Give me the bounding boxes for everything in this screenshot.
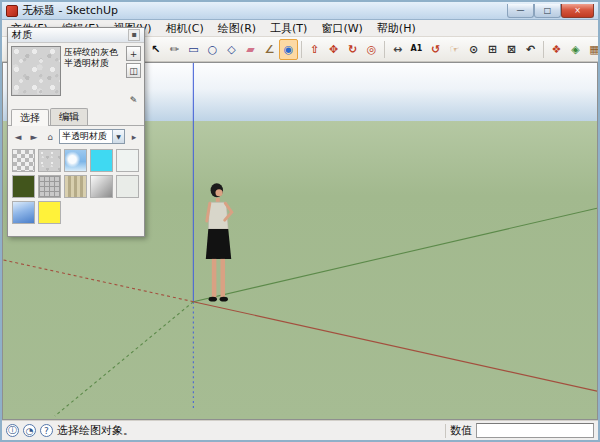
- measurement-label: 数值: [450, 423, 472, 438]
- menu-window[interactable]: 窗口(W): [314, 20, 369, 37]
- zoom-window-tool[interactable]: ⊞: [483, 39, 502, 60]
- select-tool[interactable]: ↖: [146, 39, 165, 60]
- offset-tool[interactable]: ◎: [362, 39, 381, 60]
- swatch-gray-mesh[interactable]: [38, 175, 61, 198]
- help-icon[interactable]: ?: [40, 424, 53, 437]
- green-axis-negative: [55, 302, 194, 416]
- share-models-icon[interactable]: ◈: [566, 39, 585, 60]
- eraser-tool[interactable]: ▰: [241, 39, 260, 60]
- rotate-tool[interactable]: ↻: [343, 39, 362, 60]
- forward-icon[interactable]: ►: [27, 130, 41, 144]
- paint-bucket-tool[interactable]: ◉: [279, 39, 298, 60]
- back-icon[interactable]: ◄: [11, 130, 25, 144]
- chevron-down-icon[interactable]: ▼: [112, 130, 124, 143]
- menu-help[interactable]: 帮助(H): [370, 20, 423, 37]
- pan-tool[interactable]: ☞: [445, 39, 464, 60]
- toolbar-separator: [301, 41, 302, 58]
- polygon-tool[interactable]: ◇: [222, 39, 241, 60]
- materials-category-dropdown[interactable]: 半透明材质 ▼: [59, 129, 125, 144]
- tape-measure-tool[interactable]: ∠: [260, 39, 279, 60]
- components-icon[interactable]: ▦: [585, 39, 600, 60]
- line-tool[interactable]: ✏: [165, 39, 184, 60]
- swatch-yellow-glass[interactable]: [38, 201, 61, 224]
- maximize-button[interactable]: □: [534, 4, 561, 18]
- materials-panel-header[interactable]: 材质 ▪: [8, 28, 144, 43]
- swatch-translucent-checker[interactable]: [12, 149, 35, 172]
- rotate-tool-glyph: ↻: [348, 44, 357, 55]
- create-material-icon[interactable]: +: [126, 46, 141, 61]
- menu-camera[interactable]: 相机(C): [159, 20, 211, 37]
- window-controls: — □ ×: [507, 4, 594, 18]
- swatch-clear-light[interactable]: [116, 149, 139, 172]
- red-axis-positive: [193, 302, 597, 391]
- previous-view-tool[interactable]: ↶: [521, 39, 540, 60]
- material-preview-thumbnail[interactable]: [11, 46, 61, 96]
- tab-select[interactable]: 选择: [11, 109, 49, 126]
- components-icon-glyph: ▦: [589, 44, 599, 55]
- toolbar-icons: ↖✏▭○◇▰∠◉⇧✥↻◎↔A1↺☞⊙⊞⊠↶❖◈▦◧: [146, 39, 600, 60]
- swatch-sky-blue[interactable]: [64, 149, 87, 172]
- swatch-frosted-gray[interactable]: [38, 149, 61, 172]
- swatch-silver-metal[interactable]: [90, 175, 113, 198]
- move-tool[interactable]: ✥: [324, 39, 343, 60]
- details-arrow-icon[interactable]: ▸: [127, 130, 141, 144]
- material-name: 压碎纹的灰色半透明材质: [64, 46, 123, 107]
- menu-draw[interactable]: 绘图(R): [211, 20, 263, 37]
- green-axis-positive: [193, 208, 597, 301]
- swatch-dark-green-glass[interactable]: [12, 175, 35, 198]
- minimize-button[interactable]: —: [507, 4, 534, 18]
- orbit-tool[interactable]: ↺: [426, 39, 445, 60]
- previous-view-tool-glyph: ↶: [526, 44, 535, 55]
- text-tool-glyph: A1: [411, 45, 423, 53]
- sample-paint-icon[interactable]: ✎: [126, 92, 141, 107]
- get-models-icon-glyph: ❖: [552, 44, 562, 55]
- materials-tabs: 选择 编辑: [8, 110, 144, 126]
- swatch-light-frost[interactable]: [116, 175, 139, 198]
- get-models-icon[interactable]: ❖: [547, 39, 566, 60]
- materials-nav: ◄ ► ⌂ 半透明材质 ▼ ▸: [8, 126, 144, 145]
- app-icon: [6, 5, 18, 17]
- line-tool-glyph: ✏: [170, 44, 179, 55]
- zoom-extents-tool[interactable]: ⊠: [502, 39, 521, 60]
- close-button[interactable]: ×: [561, 4, 594, 18]
- dimension-tool-glyph: ↔: [393, 44, 402, 55]
- materials-category-value: 半透明材质: [62, 130, 107, 143]
- move-tool-glyph: ✥: [329, 44, 338, 55]
- title-bar[interactable]: 无标题 - SketchUp — □ ×: [2, 2, 598, 20]
- status-message: 选择绘图对象。: [57, 423, 134, 438]
- menu-tools[interactable]: 工具(T): [263, 20, 314, 37]
- offset-tool-glyph: ◎: [367, 44, 377, 55]
- tab-edit[interactable]: 编辑: [50, 108, 88, 125]
- red-axis-negative: [3, 260, 193, 302]
- person-figure[interactable]: [206, 183, 232, 301]
- toolbar-separator: [543, 41, 544, 58]
- zoom-tool[interactable]: ⊙: [464, 39, 483, 60]
- select-tool-glyph: ↖: [151, 44, 160, 55]
- push-pull-tool[interactable]: ⇧: [305, 39, 324, 60]
- swatch-cyan-glass[interactable]: [90, 149, 113, 172]
- toolbar-separator: [384, 41, 385, 58]
- pan-tool-glyph: ☞: [450, 44, 460, 55]
- material-side-buttons: + ◫ ✎: [126, 46, 141, 107]
- circle-tool[interactable]: ○: [203, 39, 222, 60]
- swatch-blue-water[interactable]: [12, 201, 35, 224]
- materials-swatch-grid: [8, 145, 144, 228]
- window-title: 无标题 - SketchUp: [22, 3, 118, 18]
- geolocation-icon[interactable]: ⓘ: [6, 424, 19, 437]
- measurement-input[interactable]: [476, 423, 594, 438]
- text-tool[interactable]: A1: [407, 39, 426, 60]
- credits-icon[interactable]: ◔: [23, 424, 36, 437]
- zoom-extents-tool-glyph: ⊠: [507, 44, 516, 55]
- panel-toggle-icon[interactable]: ▪: [128, 29, 140, 41]
- dimension-tool[interactable]: ↔: [388, 39, 407, 60]
- swatch-tan-stripe[interactable]: [64, 175, 87, 198]
- share-models-icon-glyph: ◈: [571, 44, 579, 55]
- rectangle-tool-glyph: ▭: [188, 44, 198, 55]
- tape-measure-tool-glyph: ∠: [265, 44, 275, 55]
- home-icon[interactable]: ⌂: [43, 130, 57, 144]
- zoom-tool-glyph: ⊙: [469, 44, 478, 55]
- materials-panel-title: 材质: [12, 28, 32, 42]
- statusbar-separator: [445, 424, 446, 438]
- display-pane-icon[interactable]: ◫: [126, 63, 141, 78]
- rectangle-tool[interactable]: ▭: [184, 39, 203, 60]
